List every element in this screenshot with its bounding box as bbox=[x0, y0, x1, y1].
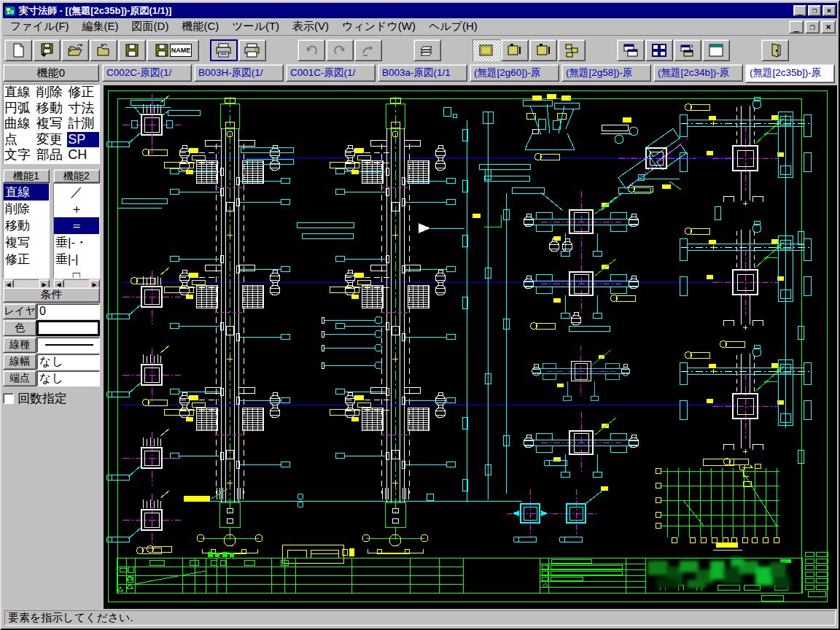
layer-value-field[interactable]: 0 bbox=[36, 303, 100, 319]
tab-document-4[interactable]: B003a-原図(1/1 bbox=[378, 64, 467, 82]
app-icon bbox=[4, 5, 16, 17]
cascade-icon bbox=[622, 42, 639, 58]
func0-item-arc[interactable]: 円弧 bbox=[4, 101, 36, 117]
panel-func2-list: ／ ＋ ＝ 垂|-・ 垂|-| □ bbox=[53, 183, 100, 279]
layer-settings-button[interactable] bbox=[413, 39, 441, 61]
menu-help[interactable]: ヘルプ(H) bbox=[424, 18, 486, 35]
tab-document-1[interactable]: C002C-原図(1/ bbox=[102, 64, 192, 82]
repeat-count-row: 回数指定 bbox=[3, 390, 67, 407]
tab-document-8-active[interactable]: (無題[2c35b])-原 bbox=[745, 64, 835, 83]
redo-all-button[interactable] bbox=[354, 39, 382, 61]
tile-windows-button[interactable] bbox=[645, 39, 673, 61]
func1-item-delete[interactable]: 削除 bbox=[4, 201, 49, 217]
func0-item-ch[interactable]: CH bbox=[67, 147, 99, 163]
func0-item-point[interactable]: 点 bbox=[4, 132, 36, 148]
view-left-button[interactable] bbox=[501, 39, 529, 61]
func0-item-delete[interactable]: 削除 bbox=[36, 85, 68, 101]
panel-func1-list: 直線 削除 移動 複写 修正 bbox=[3, 183, 50, 279]
close-folder-icon bbox=[96, 42, 112, 58]
menu-view[interactable]: 表示(V) bbox=[288, 18, 338, 35]
func0-item-measure[interactable]: 計測 bbox=[67, 116, 99, 132]
tab-document-7[interactable]: (無題[2c34b])-原 bbox=[653, 64, 743, 82]
mdi-restore-button[interactable]: ❐ bbox=[805, 20, 820, 34]
condition-linetype-row: 線種 bbox=[3, 337, 100, 353]
endpoint-label-button[interactable]: 端点 bbox=[3, 370, 36, 386]
view-full-button[interactable] bbox=[472, 39, 500, 61]
linewidth-label-button[interactable]: 線幅 bbox=[3, 354, 36, 370]
func0-item-modify[interactable]: 修正 bbox=[67, 85, 99, 101]
view-right-button[interactable] bbox=[529, 39, 557, 61]
menu-window[interactable]: ウィンドウ(W) bbox=[338, 18, 424, 35]
tab-document-6[interactable]: (無題[2g58])-原 bbox=[561, 64, 651, 82]
menu-edit[interactable]: 編集(E) bbox=[78, 18, 128, 35]
linetype-value-field[interactable] bbox=[36, 337, 100, 353]
menu-file[interactable]: ファイル(F) bbox=[6, 18, 78, 35]
save-button[interactable] bbox=[118, 39, 146, 61]
func0-item-text[interactable]: 文字 bbox=[4, 147, 36, 163]
window-title: 実寸法師 - [(無題[2c35b])-原図(1/1)] bbox=[19, 4, 792, 18]
menu-function[interactable]: 機能(C) bbox=[177, 18, 228, 35]
func0-item-part[interactable]: 部品 bbox=[36, 147, 68, 163]
mdi-window-buttons: _ ❐ × bbox=[788, 20, 837, 34]
func2-item-perpendicular-1[interactable]: 垂|-・ bbox=[54, 234, 99, 251]
color-swatch[interactable] bbox=[36, 320, 100, 336]
func2-item-diagonal[interactable]: ／ bbox=[54, 184, 99, 201]
print-button[interactable] bbox=[210, 39, 238, 61]
func0-item-line[interactable]: 直線 bbox=[4, 85, 36, 101]
arrange-windows-button[interactable] bbox=[674, 39, 701, 61]
func1-item-line-selected[interactable]: 直線 bbox=[4, 184, 49, 201]
save-as-button[interactable]: NAME bbox=[147, 39, 199, 61]
new-drawing-button[interactable] bbox=[4, 39, 32, 61]
minimize-icon: _ bbox=[798, 6, 803, 15]
linetype-sample bbox=[45, 344, 93, 346]
print-setup-button[interactable] bbox=[238, 39, 266, 61]
endpoint-value-field[interactable]: なし bbox=[36, 370, 100, 386]
menu-drawing[interactable]: 図面(D) bbox=[128, 18, 178, 35]
func2-item-rectangle[interactable]: □ bbox=[54, 268, 99, 279]
func0-item-change[interactable]: 変更 bbox=[36, 132, 68, 148]
condition-linewidth-row: 線幅 なし bbox=[3, 354, 100, 370]
view-multi-button[interactable] bbox=[558, 39, 586, 61]
func2-item-perpendicular-2[interactable]: 垂|-| bbox=[54, 251, 99, 268]
open-drawing-button[interactable] bbox=[61, 39, 89, 61]
func1-item-modify[interactable]: 修正 bbox=[4, 251, 49, 268]
save-all-button[interactable] bbox=[33, 39, 61, 61]
func1-item-move[interactable]: 移動 bbox=[4, 217, 49, 234]
cascade-windows-button[interactable] bbox=[617, 39, 645, 61]
minimize-button[interactable]: _ bbox=[793, 5, 806, 16]
panel-conditions: 条件 レイヤ 0 色 線種 線幅 なし 端点 なし bbox=[3, 287, 100, 386]
tab-document-3[interactable]: C001C-原図(1/ bbox=[286, 64, 376, 82]
close-button[interactable]: × bbox=[822, 5, 836, 16]
repeat-count-checkbox[interactable] bbox=[3, 393, 14, 404]
new-window-button[interactable] bbox=[702, 39, 730, 61]
redo-all-icon bbox=[360, 42, 376, 58]
mdi-minimize-button[interactable]: _ bbox=[789, 20, 804, 34]
exit-button[interactable] bbox=[761, 39, 789, 61]
panel-func0-title: 機能0 bbox=[37, 66, 65, 80]
tab-document-5[interactable]: (無題[2g60])-原 bbox=[470, 64, 559, 82]
status-bar: 要素を指示してください. bbox=[3, 609, 837, 627]
linetype-label-button[interactable]: 線種 bbox=[3, 337, 36, 353]
close-drawing-button[interactable] bbox=[90, 39, 117, 61]
layer-label-button[interactable]: レイヤ bbox=[3, 303, 36, 319]
func2-item-parallel-selected[interactable]: ＝ bbox=[54, 217, 99, 234]
menu-tools[interactable]: ツール(T) bbox=[228, 18, 288, 35]
tab-document-2[interactable]: B003H-原図(1/ bbox=[194, 64, 284, 82]
func1-item-copy[interactable]: 複写 bbox=[4, 234, 49, 251]
color-label-button[interactable]: 色 bbox=[3, 320, 36, 336]
mdi-close-button[interactable]: × bbox=[821, 20, 836, 34]
drawing-canvas[interactable] bbox=[104, 85, 837, 609]
func0-item-copy[interactable]: 複写 bbox=[36, 116, 68, 132]
panel-func2-title: 機能2 bbox=[63, 170, 90, 183]
func0-item-curve[interactable]: 曲線 bbox=[4, 116, 36, 132]
tab-bar: 機能0 C002C-原図(1/ B003H-原図(1/ C001C-原図(1/ … bbox=[3, 64, 837, 84]
redo-button[interactable] bbox=[326, 39, 354, 61]
func0-item-sp-selected[interactable]: SP bbox=[67, 132, 99, 148]
func0-item-dimension[interactable]: 寸法 bbox=[67, 101, 99, 117]
undo-button[interactable] bbox=[298, 39, 325, 61]
restore-button[interactable]: ❐ bbox=[808, 5, 821, 16]
cad-drawing bbox=[104, 85, 837, 609]
linewidth-value-field[interactable]: なし bbox=[36, 354, 100, 370]
func0-item-move[interactable]: 移動 bbox=[36, 101, 68, 117]
func2-item-plus[interactable]: ＋ bbox=[54, 201, 99, 217]
